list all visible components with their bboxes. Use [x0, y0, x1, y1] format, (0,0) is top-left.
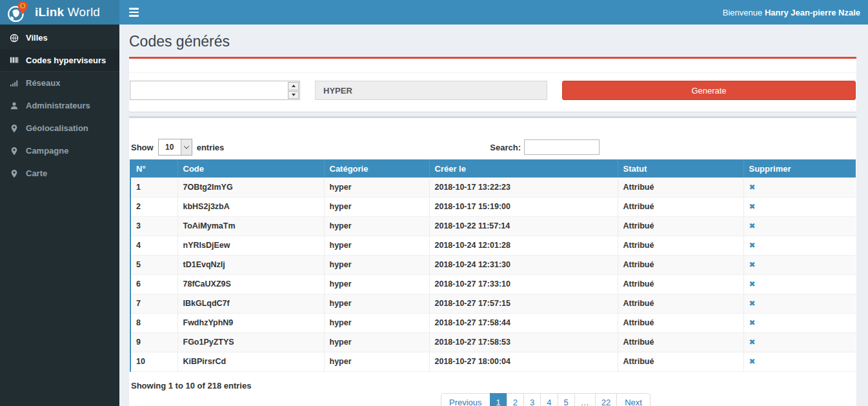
table-row: 1 7OBtg2ImYG hyper 2018-10-17 13:22:23 A… — [130, 178, 856, 197]
main-content: Codes générés Generate Show — [119, 25, 868, 406]
sidebar-item-label: Carte — [26, 168, 47, 178]
entries-label: entries — [197, 143, 225, 152]
sidebar-item-administrateurs[interactable]: Administrateurs — [0, 94, 119, 117]
cell-created: 2018-10-27 17:58:53 — [429, 332, 618, 352]
page-length-value: 10 — [159, 139, 181, 155]
pagination-next-button[interactable]: Next — [616, 393, 651, 406]
sidebar-item-label: Réseaux — [26, 78, 60, 88]
delete-code-button[interactable]: ✖ — [749, 357, 756, 366]
cell-category: hyper — [324, 197, 429, 216]
sidebar-item-label: Villes — [26, 33, 48, 43]
quantity-input[interactable] — [130, 81, 300, 100]
spin-up-button[interactable] — [288, 82, 299, 90]
cell-category: hyper — [324, 313, 429, 332]
cell-created: 2018-10-27 17:33:10 — [429, 274, 618, 294]
cell-status: Attribué — [618, 197, 743, 216]
sidebar: Villes Codes hyperviseurs Réseaux Admini… — [0, 25, 119, 406]
delete-code-button[interactable]: ✖ — [749, 318, 756, 327]
cell-code: ToAiMymaTm — [177, 216, 324, 236]
table-row: 10 KiBPirsrCd hyper 2018-10-27 18:00:04 … — [130, 352, 856, 371]
cell-created: 2018-10-27 17:58:44 — [429, 313, 618, 332]
cell-num: 3 — [130, 216, 177, 236]
column-header-numero[interactable]: N° — [130, 159, 177, 178]
cell-created: 2018-10-24 12:01:28 — [429, 236, 618, 255]
column-header-statut[interactable]: Statut — [618, 159, 743, 178]
cell-status: Attribué — [618, 274, 743, 294]
cell-num: 6 — [130, 274, 177, 294]
pagination-ellipsis: … — [574, 393, 596, 406]
page-length-select[interactable]: 10 — [158, 139, 192, 156]
app-title: iLink World — [35, 5, 100, 19]
cell-category: hyper — [324, 332, 429, 352]
pagination-page-5[interactable]: 5 — [558, 393, 575, 406]
sidebar-item-reseaux[interactable]: Réseaux — [0, 72, 119, 94]
select-dropdown-area — [181, 139, 192, 155]
sidebar-item-villes[interactable]: Villes — [0, 26, 119, 49]
delete-code-button[interactable]: ✖ — [749, 338, 756, 347]
quantity-stepper — [130, 81, 300, 100]
cell-status: Attribué — [618, 313, 743, 332]
cell-code: 7OBtg2ImYG — [177, 178, 324, 197]
cell-created: 2018-10-17 15:19:00 — [429, 197, 618, 216]
pagination-previous-button[interactable]: Previous — [441, 393, 490, 406]
sidebar-item-codes-hyperviseurs[interactable]: Codes hyperviseurs — [0, 49, 119, 72]
cell-code: FGo1PyZTYS — [177, 332, 324, 352]
search-input[interactable] — [524, 139, 600, 155]
cell-created: 2018-10-27 17:57:15 — [429, 294, 618, 313]
pagination-page-22[interactable]: 22 — [595, 393, 617, 406]
arrow-up-icon — [292, 85, 296, 87]
delete-code-button[interactable]: ✖ — [749, 183, 756, 192]
column-header-code[interactable]: Code — [177, 159, 324, 178]
map-marker-icon — [9, 123, 19, 133]
pagination-page-3[interactable]: 3 — [523, 393, 541, 406]
delete-code-button[interactable]: ✖ — [749, 279, 756, 289]
pagination-page-4[interactable]: 4 — [540, 393, 558, 406]
brand-logo-area[interactable]: $ iLink World — [0, 0, 119, 25]
delete-code-button[interactable]: ✖ — [749, 241, 756, 250]
table-info: Showing 1 to 10 of 218 entries — [131, 381, 856, 391]
cell-created: 2018-10-24 12:31:30 — [429, 255, 618, 274]
cell-status: Attribué — [618, 255, 743, 274]
generator-box-header — [129, 59, 856, 73]
table-row: 7 IBkGLqdC7f hyper 2018-10-27 17:57:15 A… — [130, 294, 856, 313]
sidebar-item-carte[interactable]: Carte — [0, 162, 119, 185]
page-title: Codes générés — [129, 33, 856, 50]
pagination-page-1[interactable]: 1 — [490, 393, 507, 406]
table-row: 4 nYRIsDjEew hyper 2018-10-24 12:01:28 A… — [130, 236, 856, 255]
cell-num: 5 — [130, 255, 177, 274]
spin-down-button[interactable] — [288, 91, 299, 99]
cell-category: hyper — [324, 255, 429, 274]
cell-category: hyper — [324, 236, 429, 255]
show-label: Show — [131, 143, 154, 152]
cell-status: Attribué — [618, 294, 743, 313]
chevron-down-icon — [183, 143, 188, 148]
codes-table: N° Code Catégorie Créer le Statut Suppri… — [130, 159, 856, 372]
sidebar-item-label: Administrateurs — [26, 101, 90, 110]
cell-status: Attribué — [618, 236, 743, 255]
cell-num: 2 — [130, 197, 177, 216]
delete-code-button[interactable]: ✖ — [749, 202, 756, 211]
column-header-categorie[interactable]: Catégorie — [324, 159, 429, 178]
delete-code-button[interactable]: ✖ — [749, 260, 756, 269]
svg-text:$: $ — [21, 3, 25, 8]
generate-button[interactable]: Generate — [562, 81, 856, 100]
user-name: Hanry Jean-pierre Nzale — [765, 8, 860, 17]
column-header-supprimer[interactable]: Supprimer — [743, 159, 856, 178]
pagination-page-2[interactable]: 2 — [507, 393, 524, 406]
cell-num: 8 — [130, 313, 177, 332]
search-control: Search: — [490, 139, 600, 155]
cell-category: hyper — [324, 352, 429, 371]
sidebar-item-geolocalisation[interactable]: Géolocalisation — [0, 117, 119, 139]
spinner-buttons — [288, 82, 299, 99]
globe-icon — [9, 33, 19, 43]
sidebar-item-campagne[interactable]: Campagne — [0, 139, 119, 162]
table-row: 8 FwdhzYphN9 hyper 2018-10-27 17:58:44 A… — [130, 313, 856, 332]
column-header-creer-le[interactable]: Créer le — [429, 159, 618, 178]
delete-code-button[interactable]: ✖ — [749, 221, 756, 230]
delete-code-button[interactable]: ✖ — [749, 299, 756, 308]
ilink-globe-pin-logo: $ — [6, 1, 30, 24]
table-row: 2 kbHS2j3zbA hyper 2018-10-17 15:19:00 A… — [130, 197, 856, 216]
sidebar-toggle-button[interactable] — [119, 0, 148, 25]
cell-num: 7 — [130, 294, 177, 313]
cell-num: 10 — [130, 352, 177, 371]
